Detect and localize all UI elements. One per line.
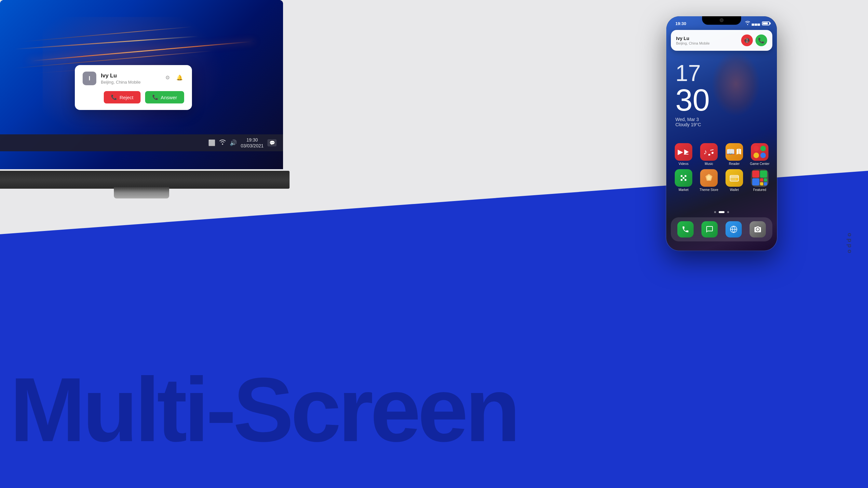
watermark-text: Multi-Screen bbox=[10, 358, 517, 462]
phone-answer-button[interactable]: 📞 bbox=[755, 34, 767, 46]
app-market-icon[interactable] bbox=[675, 169, 692, 187]
app-themestore-icon[interactable] bbox=[700, 169, 718, 187]
reject-label: Reject bbox=[119, 95, 133, 100]
phone-reject-button[interactable]: 📵 bbox=[741, 34, 753, 46]
phone-notif-header: Ivy Lu Beijing, China Mobile 📵 📞 bbox=[676, 34, 767, 46]
featured-cell-grid bbox=[760, 178, 767, 185]
app-gamecenter-label: Game Center bbox=[750, 162, 769, 165]
phone-notif-caller-location: Beijing, China Mobile bbox=[676, 41, 741, 45]
phone-dock bbox=[671, 217, 772, 241]
phone-battery-fill bbox=[763, 23, 768, 24]
phone-clock-minute: 30 bbox=[675, 85, 710, 116]
phone-body: 19:30 ▄▄▄ bbox=[666, 16, 777, 250]
app-music-wrapper[interactable]: Music bbox=[698, 143, 720, 165]
featured-cell-blue bbox=[752, 178, 760, 185]
laptop-taskbar: ⬜ 🔊 19:30 03/03/2021 💬 bbox=[0, 134, 283, 151]
app-themestore-label: Theme Store bbox=[700, 188, 718, 192]
phone-apps-row-1: Videos Music bbox=[671, 143, 772, 165]
phone-wifi-icon bbox=[745, 21, 750, 26]
gc-ball-green bbox=[760, 146, 766, 151]
notification-header: I Ivy Lu Beijing, China Mobile ⚙ 🔔 bbox=[83, 71, 184, 85]
notification-caller-location: Beijing, China Mobile bbox=[101, 80, 165, 85]
reject-button[interactable]: 📞 Reject bbox=[104, 91, 141, 103]
taskbar-monitor-icon: ⬜ bbox=[208, 139, 215, 146]
app-wallet-wrapper[interactable]: Wallet bbox=[723, 169, 746, 192]
app-gamecenter-wrapper[interactable]: Game Center bbox=[748, 143, 771, 165]
app-market-label: Market bbox=[679, 188, 689, 192]
svg-point-6 bbox=[684, 179, 686, 181]
notification-caller-name: Ivy Lu bbox=[101, 72, 165, 79]
svg-point-4 bbox=[684, 175, 686, 177]
gc-ball-blue bbox=[760, 153, 766, 158]
app-videos-wrapper[interactable]: Videos bbox=[672, 143, 695, 165]
laptop-call-notification: I Ivy Lu Beijing, China Mobile ⚙ 🔔 📞 Rej… bbox=[75, 65, 192, 110]
app-gamecenter-icon[interactable] bbox=[751, 143, 769, 161]
featured-cell-red bbox=[752, 171, 760, 178]
phone-screen: 19:30 ▄▄▄ bbox=[666, 16, 777, 250]
svg-point-11 bbox=[736, 178, 738, 180]
answer-phone-icon: 📞 bbox=[152, 94, 158, 100]
taskbar-speaker-icon: 🔊 bbox=[230, 139, 237, 146]
dock-camera-icon[interactable] bbox=[750, 221, 766, 238]
phone-notif-buttons: 📵 📞 bbox=[741, 34, 767, 46]
svg-rect-8 bbox=[730, 175, 739, 181]
page-dot-1 bbox=[714, 211, 716, 213]
reject-phone-icon: 📞 bbox=[111, 94, 117, 100]
phone-notch bbox=[702, 16, 741, 25]
featured-cell-green bbox=[760, 171, 767, 178]
phone-answer-icon: 📞 bbox=[758, 37, 765, 43]
page-dot-3 bbox=[727, 211, 729, 213]
app-reader-label: Reader bbox=[729, 162, 740, 165]
phone-signal-icon: ▄▄▄ bbox=[752, 22, 760, 25]
phone-status-icons: ▄▄▄ bbox=[745, 21, 770, 26]
gc-ball-yellow bbox=[753, 153, 759, 158]
phone-clock-hour: 17 bbox=[675, 62, 710, 85]
featured-mini-4 bbox=[764, 182, 767, 185]
phone-screen-glow bbox=[712, 52, 760, 117]
app-market-wrapper[interactable]: Market bbox=[672, 169, 695, 192]
app-wallet-label: Wallet bbox=[730, 188, 739, 192]
svg-point-3 bbox=[681, 175, 683, 177]
notification-settings-icon[interactable]: ⚙ bbox=[165, 74, 173, 82]
app-featured-icon[interactable] bbox=[751, 169, 769, 187]
page-dot-2-active bbox=[719, 211, 724, 213]
phone-time: 19:30 bbox=[675, 21, 686, 26]
app-reader-icon[interactable] bbox=[725, 143, 743, 161]
svg-point-7 bbox=[683, 177, 684, 179]
app-reader-wrapper[interactable]: Reader bbox=[723, 143, 746, 165]
app-music-icon[interactable] bbox=[700, 143, 718, 161]
notification-icons: ⚙ 🔔 bbox=[165, 74, 184, 82]
svg-rect-9 bbox=[730, 176, 739, 178]
notification-avatar: I bbox=[83, 71, 96, 85]
phone-page-dots bbox=[666, 211, 777, 213]
notification-actions: 📞 Reject 📞 Answer bbox=[83, 91, 184, 103]
taskbar-wifi-icon bbox=[219, 140, 226, 146]
app-wallet-icon[interactable] bbox=[725, 169, 743, 187]
phone-call-notification: Ivy Lu Beijing, China Mobile 📵 📞 bbox=[671, 30, 772, 51]
gamecenter-grid bbox=[751, 143, 769, 161]
app-music-label: Music bbox=[705, 162, 713, 165]
phone-notif-info: Ivy Lu Beijing, China Mobile bbox=[676, 36, 741, 45]
phone-clock: 17 30 Wed, Mar 3 Cloudy 19°C bbox=[675, 62, 710, 127]
notification-snooze-icon[interactable]: 🔔 bbox=[176, 74, 184, 82]
dock-phone-icon[interactable] bbox=[677, 221, 693, 238]
app-videos-label: Videos bbox=[679, 162, 688, 165]
featured-grid bbox=[751, 169, 769, 187]
dock-browser-icon[interactable] bbox=[725, 221, 742, 238]
gc-ball-red bbox=[753, 146, 759, 151]
phone-battery-icon bbox=[762, 22, 770, 25]
oppo-brand: oppo bbox=[846, 233, 854, 255]
app-featured-wrapper[interactable]: Featured bbox=[748, 169, 771, 192]
featured-mini-2 bbox=[764, 178, 767, 182]
taskbar-time: 19:30 03/03/2021 bbox=[241, 137, 264, 149]
svg-marker-0 bbox=[684, 149, 689, 155]
laptop-bezel bbox=[0, 171, 289, 189]
taskbar-chat-icon: 💬 bbox=[268, 139, 277, 146]
app-videos-icon[interactable] bbox=[675, 143, 692, 161]
app-themestore-wrapper[interactable]: Theme Store bbox=[698, 169, 720, 192]
dock-messages-icon[interactable] bbox=[702, 221, 718, 238]
notification-info: Ivy Lu Beijing, China Mobile bbox=[101, 72, 165, 85]
phone-clock-date: Wed, Mar 3 Cloudy 19°C bbox=[675, 117, 710, 127]
phone-reject-icon: 📵 bbox=[744, 37, 750, 43]
answer-button[interactable]: 📞 Answer bbox=[145, 91, 184, 103]
